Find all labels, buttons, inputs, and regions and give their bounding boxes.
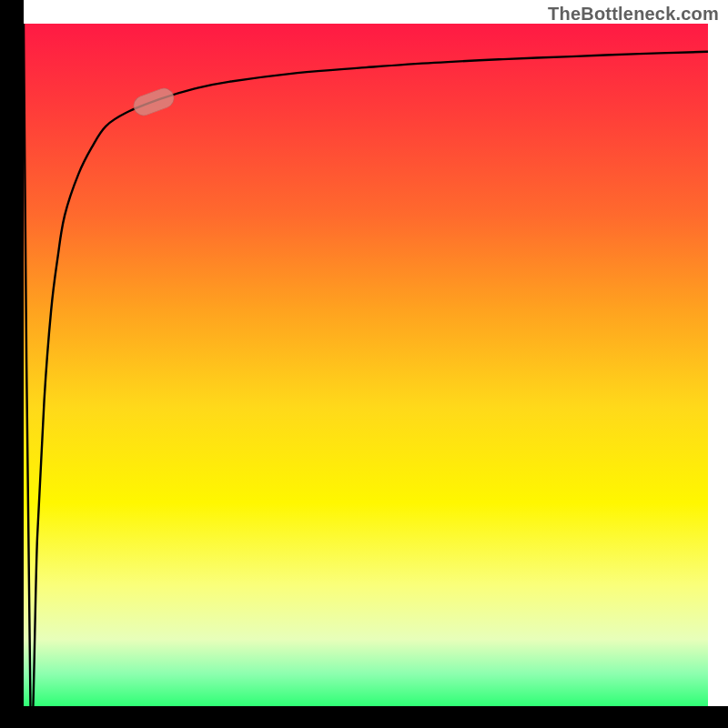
x-axis <box>0 706 728 728</box>
watermark-text: TheBottleneck.com <box>548 4 719 25</box>
plot-area <box>24 24 708 708</box>
y-axis <box>0 0 24 728</box>
bottleneck-curve <box>24 24 708 708</box>
highlight-marker <box>130 86 177 118</box>
chart-frame: TheBottleneck.com <box>0 0 728 728</box>
